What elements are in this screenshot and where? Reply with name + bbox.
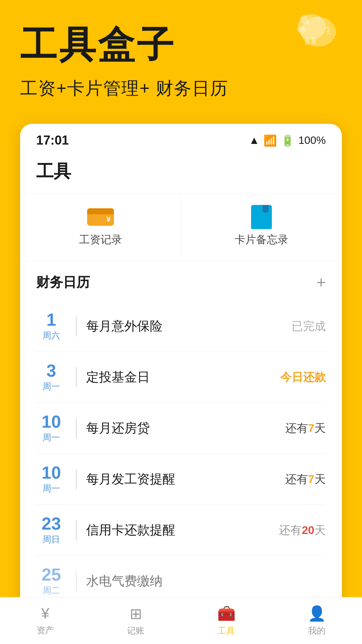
- date-number: 23: [36, 515, 66, 532]
- list-item[interactable]: 10 周一 每月还房贷 还有7天: [36, 403, 326, 454]
- item-name: 信用卡还款提醒: [86, 522, 279, 539]
- assets-icon: ¥: [41, 605, 49, 622]
- date-number: 10: [36, 413, 66, 430]
- list-item[interactable]: 1 周六 每月意外保险 已完成: [36, 301, 326, 352]
- list-item[interactable]: 3 周一 定投基金日 今日还款: [36, 352, 326, 403]
- item-name: 每月发工资提醒: [86, 471, 285, 488]
- nav-item-mine[interactable]: 👤 我的: [272, 605, 362, 637]
- svg-point-6: [302, 28, 304, 30]
- days-highlight: 20: [302, 524, 314, 536]
- divider: [76, 418, 77, 438]
- finance-calendar-title: 财务日历: [36, 273, 90, 291]
- divider: [76, 469, 77, 489]
- divider: [76, 571, 77, 591]
- finance-header: 财务日历 +: [36, 261, 326, 301]
- nav-item-bookkeeping[interactable]: ⊞ 记账: [90, 605, 181, 637]
- nav-label-tools: 工具: [218, 625, 235, 637]
- item-status: 还有7天: [285, 472, 326, 487]
- item-status: 还有20天: [279, 523, 326, 538]
- date-day: 周一: [36, 381, 66, 392]
- tool-tabs: ¥ 工资记录 卡片备忘录: [20, 193, 342, 261]
- date-day: 周六: [36, 330, 66, 341]
- svg-rect-8: [312, 38, 316, 45]
- date-block: 10 周一: [36, 413, 66, 443]
- svg-point-4: [306, 21, 309, 24]
- salary-tab-label: 工资记录: [79, 232, 122, 247]
- date-number: 25: [36, 566, 66, 583]
- app-title: 工具盒子: [20, 20, 342, 70]
- nav-item-tools[interactable]: 🧰 工具: [181, 605, 272, 637]
- tab-salary[interactable]: ¥ 工资记录: [20, 194, 181, 261]
- phone-card: 17:01 ▲ 📶 🔋 100% 工具 ¥ 工资记录: [20, 124, 342, 616]
- svg-point-3: [297, 26, 306, 33]
- date-block: 1 周六: [36, 311, 66, 341]
- status-time: 17:01: [36, 133, 69, 148]
- add-calendar-button[interactable]: +: [316, 274, 326, 290]
- divider: [76, 316, 77, 336]
- list-item[interactable]: 23 周日 信用卡还款提醒 还有20天: [36, 505, 326, 556]
- finance-calendar-section: 财务日历 + 1 周六 每月意外保险 已完成 3 周一: [20, 261, 342, 606]
- nav-label-mine: 我的: [308, 625, 325, 637]
- bottom-navigation: ¥ 资产 ⊞ 记账 🧰 工具 👤 我的: [0, 597, 362, 644]
- svg-point-5: [299, 28, 301, 30]
- svg-rect-9: [314, 17, 321, 19]
- date-day: 周一: [36, 432, 66, 443]
- salary-tab-icon: ¥: [87, 207, 114, 227]
- battery-text: 100%: [298, 134, 326, 147]
- piggy-icon: [295, 10, 342, 50]
- date-day: 周一: [36, 483, 66, 494]
- list-item[interactable]: 10 周一 每月发工资提醒 还有7天: [36, 454, 326, 505]
- wifi-icon: ▲: [249, 134, 259, 147]
- item-name: 每月还房贷: [86, 420, 285, 437]
- date-block: 10 周一: [36, 464, 66, 494]
- bookkeeping-icon: ⊞: [130, 605, 142, 622]
- signal-icon: 📶: [263, 134, 277, 147]
- battery-icon: 🔋: [281, 134, 294, 147]
- date-number: 3: [36, 362, 66, 379]
- nav-item-assets[interactable]: ¥ 资产: [0, 605, 90, 636]
- item-status: 还有7天: [285, 421, 326, 436]
- date-number: 1: [36, 311, 66, 328]
- nav-label-assets: 资产: [37, 625, 54, 636]
- status-bar: 17:01 ▲ 📶 🔋 100%: [20, 124, 342, 153]
- header-section: 工具盒子 工资+卡片管理+ 财务日历: [0, 0, 362, 114]
- calendar-list: 1 周六 每月意外保险 已完成 3 周一 定投基金日 今日还款: [36, 301, 326, 606]
- tab-card-memo[interactable]: 卡片备忘录: [181, 194, 342, 261]
- mine-icon: 👤: [308, 605, 326, 622]
- app-subtitle: 工资+卡片管理+ 财务日历: [20, 77, 342, 100]
- date-day: 周二: [36, 585, 66, 596]
- date-block: 23 周日: [36, 515, 66, 545]
- tools-icon: 🧰: [217, 605, 236, 622]
- item-status: 已完成: [292, 319, 326, 334]
- days-highlight: 7: [308, 473, 314, 485]
- card-memo-tab-icon: [248, 207, 275, 227]
- divider: [76, 520, 77, 540]
- item-name: 每月意外保险: [86, 318, 292, 335]
- item-name: 定投基金日: [86, 369, 280, 386]
- nav-label-bookkeeping: 记账: [127, 625, 144, 637]
- svg-rect-7: [305, 38, 309, 45]
- divider: [76, 367, 77, 387]
- date-day: 周日: [36, 534, 66, 545]
- date-number: 10: [36, 464, 66, 481]
- page-title: 工具: [20, 153, 342, 193]
- days-highlight: 7: [308, 422, 314, 434]
- date-block: 25 周二: [36, 566, 66, 596]
- item-status: 今日还款: [280, 370, 326, 385]
- status-icons: ▲ 📶 🔋 100%: [249, 134, 326, 147]
- item-name: 水电气费缴纳: [86, 573, 326, 590]
- date-block: 3 周一: [36, 362, 66, 392]
- card-memo-tab-label: 卡片备忘录: [235, 232, 288, 247]
